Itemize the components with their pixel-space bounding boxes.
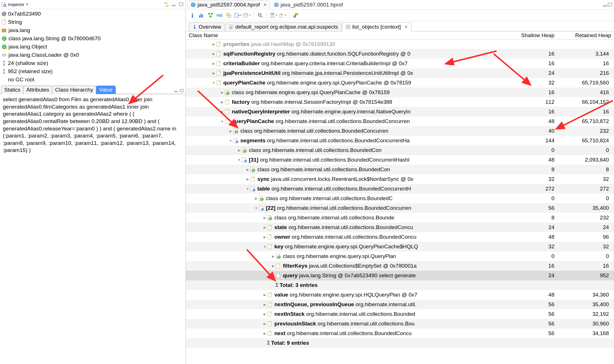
maximize-sub-icon[interactable]	[180, 89, 184, 93]
table-row[interactable]: ▶criteriaBuilder org.hibernate.query.cri…	[186, 59, 614, 68]
table-row[interactable]: ▶nativeQueryInterpreter org.hibernate.en…	[186, 107, 614, 117]
table-row[interactable]: ▶C class org.hibernate.engine.query.spi.…	[186, 251, 614, 261]
expand-icon[interactable]: ▶	[220, 91, 224, 94]
expand-icon[interactable]: ▶	[262, 332, 267, 335]
sync-icon[interactable]	[163, 1, 170, 8]
column-class-name[interactable]: Class Name	[186, 32, 506, 39]
subtab-icon	[346, 25, 350, 29]
expand-icon[interactable]: ▶	[262, 303, 267, 306]
inspector-row: 24 (shallow size)	[0, 59, 186, 67]
table-row[interactable]: ▶filterKeys java.util.Collections$EmptyS…	[186, 261, 614, 271]
subtab[interactable]: Overview	[189, 22, 225, 31]
table-row[interactable]: ▼table org.hibernate.internal.util.colle…	[186, 184, 614, 194]
editor-tab[interactable]: java_pid52597.0001.hprof	[271, 1, 346, 9]
table-row[interactable]: ▶jpaPersistenceUnitUtil org.hibernate.jp…	[186, 68, 614, 78]
table-row[interactable]: ▶owner org.hibernate.internal.util.colle…	[186, 232, 614, 242]
dominator-tree-icon[interactable]	[207, 12, 214, 19]
table-row[interactable]: ▶C class org.hibernate.engine.query.spi.…	[186, 88, 614, 97]
expand-icon[interactable]: ▶	[220, 110, 224, 114]
expand-icon[interactable]: ▶	[271, 274, 276, 278]
collapse-icon[interactable]: ▼	[254, 206, 258, 210]
table-row[interactable]: ▶previousInStack org.hibernate.internal.…	[186, 319, 614, 329]
expand-icon[interactable]: ▶	[211, 52, 216, 56]
close-icon[interactable]: ✕	[263, 3, 267, 7]
editor-tab[interactable]: java_pid52597.0004.hprof✕	[188, 0, 270, 9]
query-browser-icon[interactable]	[243, 12, 251, 19]
expand-icon[interactable]: ▶	[271, 255, 276, 258]
collapse-icon[interactable]: ▼	[228, 139, 233, 142]
histogram-icon[interactable]	[198, 12, 205, 19]
collapse-icon[interactable]: ▼	[262, 245, 267, 248]
expand-icon[interactable]: ▶	[262, 293, 267, 297]
table-row[interactable]: ▶factory org.hibernate.internal.SessionF…	[186, 97, 614, 107]
table-row[interactable]: ▶C class org.hibernate.internal.util.col…	[186, 145, 614, 155]
table-row[interactable]: ▼[31] org.hibernate.internal.util.collec…	[186, 155, 614, 165]
collapse-icon[interactable]: ▼	[220, 120, 224, 123]
table-row[interactable]: ▶C class org.hibernate.internal.util.col…	[186, 194, 614, 203]
tab-value[interactable]: Value	[96, 86, 115, 94]
table-row[interactable]: ▶C class org.hibernate.internal.util.col…	[186, 165, 614, 174]
expand-icon[interactable]: ▶	[245, 177, 250, 181]
tab-attributes[interactable]: Attributes	[23, 86, 52, 94]
calculator-icon[interactable]	[270, 12, 277, 19]
retained-heap-value: 32	[557, 244, 614, 250]
expand-icon[interactable]: ▶	[254, 197, 258, 200]
maximize-icon[interactable]	[178, 1, 184, 8]
expand-icon[interactable]: ▶	[262, 226, 267, 229]
tab-class-hierarchy[interactable]: Class Hierarchy	[52, 86, 96, 94]
oql-icon[interactable]: OQL	[216, 12, 223, 19]
table-row[interactable]: ▶nextInStack org.hibernate.internal.util…	[186, 309, 614, 319]
expand-icon[interactable]: ▶	[245, 168, 250, 172]
table-row[interactable]: ▶state org.hibernate.internal.util.colle…	[186, 223, 614, 232]
table-row[interactable]: ▶sync java.util.concurrent.locks.Reentra…	[186, 174, 614, 184]
table-row[interactable]: ▶properties java.util.HashMap @ 0x781599…	[186, 39, 614, 49]
expand-icon[interactable]: ▶	[237, 149, 241, 152]
expand-icon[interactable]: ▶	[220, 100, 224, 104]
expand-icon[interactable]: ▶	[262, 312, 267, 316]
expand-icon[interactable]: ▶	[211, 62, 216, 65]
minimize-sub-icon[interactable]	[174, 89, 179, 93]
table-row[interactable]: ▶sqlFunctionRegistry org.hibernate.diale…	[186, 49, 614, 59]
search-icon[interactable]	[256, 12, 264, 19]
collapse-icon[interactable]: ▼	[211, 81, 216, 84]
thread-icon[interactable]	[225, 12, 232, 19]
collapse-icon[interactable]: ▼	[245, 187, 250, 191]
table-row[interactable]: ▶C class org.hibernate.internal.util.col…	[186, 213, 614, 223]
table-row[interactable]: ▼segments org.hibernate.internal.util.co…	[186, 136, 614, 145]
collapse-icon[interactable]: ▼	[237, 158, 241, 162]
close-icon[interactable]: ✕	[26, 2, 29, 7]
expand-icon[interactable]: ▶	[262, 322, 267, 326]
table-row[interactable]: ▶next org.hibernate.internal.util.collec…	[186, 329, 614, 338]
table-row[interactable]: ▼[22] org.hibernate.internal.util.collec…	[186, 203, 614, 213]
expand-icon[interactable]: ▶	[262, 216, 267, 220]
run-report-icon[interactable]	[234, 12, 241, 19]
expand-icon[interactable]: ▶	[271, 264, 276, 268]
table-row[interactable]: ▶nextInQueue, previousInQueue org.hibern…	[186, 300, 614, 309]
table-row[interactable]: ▼queryPlanCache org.hibernate.internal.u…	[186, 117, 614, 126]
column-shallow-heap[interactable]: Shallow Heap	[506, 32, 557, 39]
table-row[interactable]: ΣTotal: 9 entries	[186, 338, 614, 348]
expand-icon[interactable]: ▶	[211, 43, 216, 46]
column-retained-heap[interactable]: Retained Heap	[557, 32, 614, 39]
table-row[interactable]: ▶C class org.hibernate.internal.util.col…	[186, 126, 614, 136]
table-row[interactable]: ▼key org.hibernate.engine.query.spi.Quer…	[186, 242, 614, 251]
subtab[interactable]: default_report org.eclipse.mat.api:suspe…	[225, 22, 342, 31]
table-row[interactable]: ▶value org.hibernate.engine.query.spi.HQ…	[186, 290, 614, 300]
svg-rect-81	[245, 160, 246, 161]
expand-icon[interactable]: ▶	[211, 71, 216, 75]
minimize-editor-icon[interactable]	[603, 3, 608, 7]
export-icon[interactable]	[279, 12, 286, 19]
maximize-editor-icon[interactable]	[608, 3, 612, 7]
compare-icon[interactable]	[292, 12, 300, 19]
table-row[interactable]: ▶query java.lang.String @ 0x7ab523490 se…	[186, 271, 614, 280]
subtab[interactable]: list_objects [context]✕	[342, 22, 411, 31]
info-icon[interactable]	[189, 12, 196, 19]
close-icon[interactable]: ✕	[404, 25, 408, 29]
table-row[interactable]: ▼queryPlanCache org.hibernate.engine.que…	[186, 78, 614, 88]
minimize-icon[interactable]	[171, 1, 177, 8]
table-row[interactable]: ΣTotal: 3 entries	[186, 280, 614, 290]
tab-statics[interactable]: Statics	[1, 86, 24, 94]
expand-icon[interactable]: ▶	[262, 235, 267, 239]
svg-rect-93	[254, 190, 255, 191]
expand-icon[interactable]: ▶	[228, 129, 233, 133]
